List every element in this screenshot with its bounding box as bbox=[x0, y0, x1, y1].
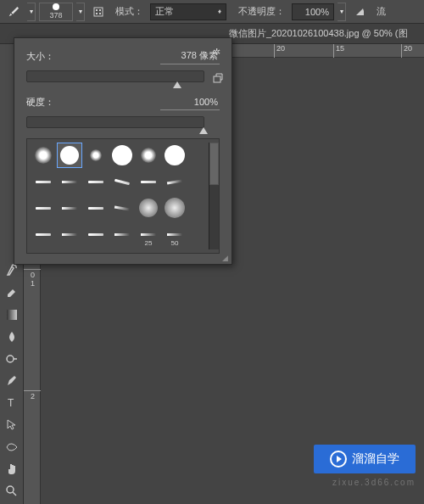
flow-label: 流 bbox=[377, 5, 386, 18]
ruler-tick: 20 bbox=[274, 44, 285, 58]
pressure-opacity-icon[interactable] bbox=[349, 3, 370, 21]
brush-tip[interactable] bbox=[109, 221, 135, 247]
brush-tip[interactable]: 50 bbox=[162, 221, 187, 247]
hardness-slider[interactable] bbox=[26, 116, 204, 128]
brush-tip[interactable] bbox=[83, 143, 109, 168]
tool-preset-dropdown[interactable]: ▾ bbox=[27, 3, 36, 21]
play-icon bbox=[330, 451, 347, 468]
brush-tip[interactable] bbox=[162, 195, 187, 221]
brush-tip[interactable] bbox=[109, 195, 135, 221]
hardness-slider-thumb[interactable] bbox=[199, 127, 208, 134]
zoom-icon[interactable] bbox=[3, 482, 21, 501]
ruler-tick: 15 bbox=[333, 44, 344, 58]
svg-rect-1 bbox=[96, 9, 98, 11]
brush-tip[interactable] bbox=[31, 143, 56, 168]
brush-tip-palette: 25 50 bbox=[26, 138, 220, 254]
brush-tip[interactable] bbox=[83, 195, 109, 221]
opacity-dropdown[interactable]: ▾ bbox=[338, 3, 346, 21]
scrollbar-thumb[interactable] bbox=[209, 143, 219, 185]
brush-tip[interactable] bbox=[57, 143, 82, 168]
brush-size-label: 25 bbox=[136, 239, 161, 247]
brush-tip[interactable] bbox=[31, 195, 56, 221]
brush-tip[interactable] bbox=[162, 169, 187, 194]
watermark-badge: 溜溜自学 bbox=[314, 445, 416, 473]
ruler-tick: 20 bbox=[401, 44, 412, 58]
type-icon[interactable]: T bbox=[3, 394, 21, 412]
svg-rect-2 bbox=[99, 9, 101, 11]
size-slider-thumb[interactable] bbox=[173, 81, 181, 88]
hand-icon[interactable] bbox=[3, 460, 21, 479]
path-select-icon[interactable] bbox=[3, 416, 21, 434]
shape-icon[interactable] bbox=[3, 438, 21, 456]
brush-size-preview[interactable]: 378 bbox=[39, 3, 73, 21]
brush-tip[interactable] bbox=[136, 169, 161, 194]
brush-tip[interactable] bbox=[136, 143, 161, 168]
brush-tip[interactable] bbox=[83, 169, 109, 194]
brush-tip[interactable] bbox=[83, 221, 109, 247]
palette-scrollbar[interactable] bbox=[209, 143, 219, 249]
eraser-icon[interactable] bbox=[3, 283, 21, 302]
brush-size-preview-value: 378 bbox=[49, 11, 62, 20]
brush-tip[interactable] bbox=[57, 169, 82, 194]
dodge-icon[interactable] bbox=[3, 350, 21, 368]
brush-tip[interactable] bbox=[31, 169, 56, 194]
brush-tip[interactable] bbox=[162, 143, 187, 168]
svg-rect-4 bbox=[99, 13, 101, 14]
brush-tip[interactable] bbox=[31, 221, 56, 247]
opacity-value: 100% bbox=[305, 7, 329, 17]
hardness-input[interactable]: 100% bbox=[160, 93, 220, 110]
hardness-label: 硬度： bbox=[26, 96, 54, 109]
blur-icon[interactable] bbox=[3, 328, 21, 346]
ruler-tick: 01 bbox=[24, 269, 41, 288]
brush-tool-icon[interactable] bbox=[3, 3, 24, 21]
blend-mode-select[interactable]: 正常 ♦ bbox=[150, 3, 226, 20]
brush-tip[interactable] bbox=[57, 195, 82, 221]
size-slider[interactable] bbox=[26, 70, 204, 82]
ruler-tick: 2 bbox=[24, 390, 41, 400]
svg-point-8 bbox=[7, 486, 14, 493]
options-toolbar: ▾ 378 ▾ 模式： 正常 ♦ 不透明度： 100% ▾ 流 bbox=[0, 0, 424, 24]
svg-rect-3 bbox=[96, 13, 98, 14]
brush-tip[interactable] bbox=[109, 143, 135, 168]
opacity-label: 不透明度： bbox=[238, 5, 285, 18]
mode-label: 模式： bbox=[115, 5, 143, 18]
hardness-value: 100% bbox=[194, 97, 218, 107]
svg-rect-5 bbox=[7, 310, 17, 320]
panel-settings-icon[interactable]: ✲ bbox=[213, 47, 226, 58]
brush-tip[interactable] bbox=[136, 195, 161, 221]
size-input[interactable]: 378 像素 bbox=[160, 48, 220, 64]
brush-size-label: 50 bbox=[162, 239, 187, 247]
svg-point-6 bbox=[7, 356, 14, 362]
document-tab-title[interactable]: 微信图片_20201026100438.jpg @ 50% (图 bbox=[229, 27, 408, 40]
size-label: 大小： bbox=[26, 50, 54, 63]
brush-preset-dropdown[interactable]: ▾ bbox=[76, 3, 85, 21]
watermark-text: 溜溜自学 bbox=[352, 451, 399, 467]
mode-value: 正常 bbox=[155, 5, 174, 18]
brush-tip[interactable] bbox=[57, 221, 82, 247]
watermark-url: zixue.3d66.com bbox=[332, 478, 416, 487]
opacity-input[interactable]: 100% bbox=[292, 3, 334, 20]
brush-tip[interactable] bbox=[109, 169, 135, 194]
svg-text:T: T bbox=[8, 397, 14, 409]
gradient-icon[interactable] bbox=[3, 305, 21, 324]
resize-grip-icon[interactable]: ◢ bbox=[222, 255, 231, 263]
pen-icon[interactable] bbox=[3, 372, 21, 390]
svg-rect-0 bbox=[94, 8, 103, 16]
brush-preset-panel: ✲ 大小： 378 像素 硬度： 100% bbox=[14, 37, 232, 265]
svg-rect-9 bbox=[214, 76, 220, 82]
new-preset-icon[interactable] bbox=[213, 73, 226, 85]
brush-tip[interactable]: 25 bbox=[136, 221, 161, 247]
brush-panel-toggle-icon[interactable] bbox=[88, 3, 109, 21]
